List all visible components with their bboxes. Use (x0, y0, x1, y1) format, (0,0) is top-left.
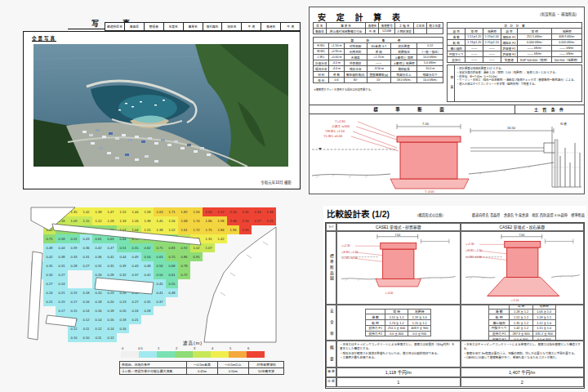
criteria-cell: 〜0.5m以上 (218, 362, 249, 368)
wave-cell: 0.95 (190, 252, 203, 261)
condition-cell: 利用目的 (344, 49, 367, 55)
wave-cell: 0.16 (105, 315, 117, 324)
safety-cell: 408.9 ≦ 900 (408, 325, 431, 331)
condition-cell: 外郭施設 (344, 60, 367, 66)
safety-cell: 251.5 ≦ 600 (385, 325, 408, 331)
case1-bed-label: ▽-4.00 (385, 292, 393, 295)
wave-cell: 0.24 (56, 279, 68, 288)
row-label-rank: 順 位 (327, 378, 336, 386)
info-header-cell: 工区名 (414, 23, 427, 29)
note-line: ・基礎水深が 3m程度必要のうえ、地盤の掘削、均しが必要となり施工に手間を要する… (464, 352, 581, 356)
photo-header-cell: 地区名 (222, 22, 242, 31)
bed-label: ▽-4.00 (425, 190, 434, 194)
wave-cell: 1.42 (80, 207, 92, 216)
condition-cell: -4.0 m (329, 60, 344, 66)
calc-cell: ―― (466, 51, 483, 57)
info-header-cell: 漁港番号 (379, 23, 395, 29)
design-calc-table: 設 計 計 算項 目常 時地震時項 目常 時地震時滑 動1.51≧1.201.1… (447, 22, 582, 63)
wave-cell: 2.05 (203, 207, 215, 216)
wave-cell: 0.25 (105, 279, 117, 288)
wave-cell: 0.39 (117, 261, 129, 270)
wave-cell: 1.63 (154, 207, 166, 216)
wave-cell: 0.85 (154, 234, 166, 243)
safety-cell: 1.74 ≧ 1.2 (385, 320, 408, 326)
case2-dim: 7.00 (519, 234, 524, 237)
wave-cell: 0.33 (129, 279, 141, 288)
wave-cell: 0.31 (92, 261, 105, 270)
wave-cell: 0.19 (56, 297, 68, 306)
section-header-row: 標 準 断 面 土 質 条 件 (310, 105, 584, 114)
note-line: ・工事費が最も安価である。 (340, 356, 457, 360)
note-line: ・本体工はキャッピングコンクリートによる単塊式とし、基礎工は捨石基礎とした構造と… (464, 343, 581, 352)
photo-sheet: 写 真 都道府県名青森県管理者年度名事業名漁村再生地区名牛 滝漁港名牛 滝 全景… (23, 11, 301, 189)
safety-cell: 滑 動 (488, 309, 510, 314)
safety-header-cell: 常 時 (385, 309, 408, 314)
case2-bed-label: ▽-5.50 (510, 299, 519, 302)
condition-cell: 上載荷重 地震時 (390, 60, 417, 66)
calc-header-cell: 項 目 (448, 29, 466, 34)
wave-cell: 1.33 (117, 216, 129, 225)
wave-cell: 0.15 (56, 315, 68, 324)
safety-cell: 1.51 ≧ 1.2 (385, 314, 408, 320)
safety-cell: 支持力 F1 (488, 331, 510, 336)
wave-cell: 0.45 (154, 279, 166, 288)
wave-cell: 1.58 (141, 207, 154, 216)
cap-label: 上部工 t=500 (332, 124, 350, 128)
corner-cell: 3×7 (326, 223, 336, 231)
info-value-cell: 牛 滝 (366, 29, 379, 34)
criteria-cell: えい航・荷役作業が可能な最大波高 (120, 368, 187, 375)
wave-cell: 0.37 (129, 270, 141, 279)
wave-cell: 1.42 (215, 234, 227, 243)
wave-cell: 1.52 (117, 207, 129, 216)
row-label-notes: 概 要 (327, 341, 336, 367)
wave-cell: 0.61 (166, 270, 178, 279)
calc-title: 設 計 計 算 (448, 23, 582, 29)
wave-cell: 0.48 (141, 261, 154, 270)
case1-price: 1,118 千円/m (336, 368, 461, 377)
wave-cell: 0.44 (56, 243, 68, 252)
wave-cell: 1.96 (227, 225, 239, 234)
calc-cell: 円弧すべり (448, 51, 466, 57)
wave-cell: 0.16 (117, 324, 129, 333)
wave-cell: 0.24 (129, 306, 141, 315)
friction-header-cell: 材 料 (314, 72, 329, 78)
photo-header-cell: 青森県 (125, 22, 145, 31)
case1-dim: 7.00 (394, 234, 400, 237)
wave-cell: 0.26 (117, 288, 129, 297)
case1-rank: 1 (336, 377, 461, 387)
safety-cell: 1.15 ≧ 1.0 (532, 325, 555, 331)
wave-cell: 1.21 (190, 234, 203, 243)
photo-header-cell: 年度名 (164, 22, 184, 31)
case2-notes: ・本体工はキャッピングコンクリートによる単塊式とし、基礎工は捨石基礎とした構造と… (461, 341, 585, 368)
condition-cell: 天端高 (344, 55, 367, 60)
wave-cell: 0.86 (178, 252, 190, 261)
photo-frame: 全景写真 (23, 31, 301, 189)
wave-height-map: 1.281.351.421.381.471.521.441.581.631.71… (24, 201, 320, 392)
calc-cell: 転 倒 (448, 40, 466, 46)
wave-cell: 2.05 (239, 225, 252, 234)
wave-cell: 0.42 (141, 270, 154, 279)
wave-cell: 1.07 (203, 243, 215, 252)
legend-swatch (139, 351, 157, 358)
legend-colorbar (121, 351, 265, 358)
case2-crown-label: ▽+2.30 (465, 243, 474, 246)
wave-cell: 0.27 (43, 279, 56, 288)
photo-header-cell: 漁村再生 (203, 22, 223, 31)
wave-cell: 1.98 (215, 216, 227, 225)
wave-cell: 1.22 (92, 216, 105, 225)
wave-cell: 2.38 (264, 207, 276, 216)
calc-cell: 許容値 F2 (501, 51, 518, 57)
wave-cell: 1.25 (141, 225, 154, 234)
condition-cell: -3.50 m (367, 66, 390, 72)
condition-cell: 10.0 m (417, 66, 443, 72)
wave-cell: 0.52 (68, 234, 80, 243)
condition-cell: （一般・強化） (417, 49, 443, 55)
condition-cell: +1.50 m (329, 43, 344, 49)
info-header-cell: 施工年度 (427, 23, 443, 29)
row-label-section: 標準断面図 (327, 232, 336, 304)
legend-tick: 3 (194, 346, 195, 350)
wave-cell: 0.28 (141, 306, 154, 315)
wave-cell: 0.14 (105, 324, 117, 333)
wave-cell: 1.38 (92, 207, 105, 216)
note-line: ・本体工はキャッピングコンクリートによる単塊式とし、基礎工は砂置換（30kg内外… (340, 343, 457, 352)
